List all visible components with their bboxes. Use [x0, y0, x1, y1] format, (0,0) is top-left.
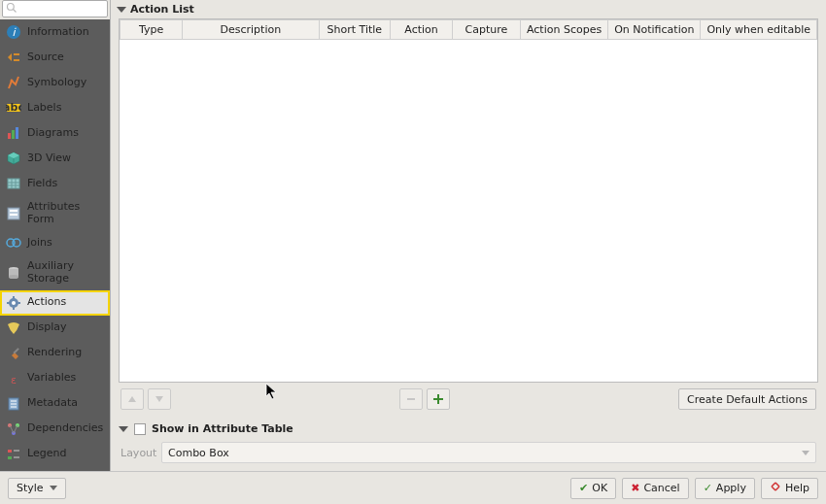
sidebar-item-label: Joins	[27, 237, 104, 250]
action-list-title: Action List	[130, 3, 194, 16]
sidebar-item-label: Fields	[27, 178, 104, 190]
col-action[interactable]: Action	[391, 20, 453, 40]
sidebar-item-fields[interactable]: Fields	[0, 171, 110, 196]
brush-icon	[6, 346, 21, 361]
sidebar-item-symbology[interactable]: Symbology	[0, 70, 110, 95]
chevron-down-icon	[802, 451, 809, 455]
sidebar-item-metadata[interactable]: Metadata	[0, 391, 110, 417]
move-up-button[interactable]	[120, 388, 144, 410]
diagrams-icon	[6, 125, 21, 141]
svg-line-1	[14, 10, 17, 13]
sidebar-item-label: Symbology	[27, 77, 104, 89]
metadata-icon	[6, 396, 21, 412]
sidebar-item-attributes-form[interactable]: Attributes Form	[0, 196, 110, 230]
info-icon: i	[6, 24, 21, 40]
layout-combo[interactable]: Combo Box	[161, 442, 816, 463]
sidebar-item-label: Metadata	[27, 397, 104, 410]
action-list-header[interactable]: Action List	[111, 0, 826, 18]
sidebar-item-rendering[interactable]: Rendering	[0, 341, 110, 366]
sidebar-item-variables[interactable]: ε Variables	[0, 366, 110, 391]
svg-rect-28	[13, 348, 18, 353]
sidebar-item-label: Variables	[27, 372, 104, 385]
show-in-attribute-title: Show in Attribute Table	[152, 422, 293, 435]
dialog-button-bar: Style ✔ OK ✖ Cancel ✓ Apply Help	[0, 471, 826, 504]
col-on-notification[interactable]: On Notification	[608, 20, 701, 40]
form-icon	[6, 206, 21, 221]
col-type[interactable]: Type	[120, 20, 183, 40]
svg-line-37	[10, 425, 14, 433]
move-down-button[interactable]	[148, 388, 171, 410]
labels-icon: abc	[6, 100, 21, 116]
col-action-scopes[interactable]: Action Scopes	[520, 20, 607, 40]
sidebar-item-label: Auxiliary Storage	[27, 260, 104, 285]
col-only-editable[interactable]: Only when editable	[701, 20, 817, 40]
action-button-row: Create Default Actions	[119, 383, 818, 416]
sidebar-item-dependencies[interactable]: Dependencies	[0, 417, 110, 442]
style-button[interactable]: Style	[8, 478, 66, 499]
storage-icon	[6, 265, 21, 281]
cancel-label: Cancel	[643, 482, 679, 494]
sidebar-search-input[interactable]	[2, 0, 108, 17]
sidebar-item-joins[interactable]: Joins	[0, 230, 110, 255]
svg-rect-49	[433, 398, 443, 400]
sidebar-item-label: Source	[27, 51, 104, 64]
svg-rect-39	[8, 450, 12, 453]
fields-icon	[6, 176, 21, 191]
sidebar-item-3dview[interactable]: 3D View	[0, 146, 110, 171]
col-description[interactable]: Description	[183, 20, 319, 40]
sidebar-item-display[interactable]: Display	[0, 316, 110, 341]
show-in-attribute-checkbox[interactable]	[134, 423, 146, 435]
cancel-button[interactable]: ✖ Cancel	[622, 478, 688, 499]
collapse-triangle-icon	[117, 7, 126, 13]
ok-icon: ✔	[579, 482, 588, 494]
sidebar-item-labels[interactable]: abc Labels	[0, 95, 110, 120]
plus-icon	[432, 393, 444, 405]
svg-point-19	[13, 239, 20, 247]
help-label: Help	[785, 482, 809, 494]
sidebar-nav: i Information Source Symbology abc Label…	[0, 19, 110, 471]
svg-point-21	[9, 275, 18, 279]
sidebar-item-label: Dependencies	[27, 422, 104, 435]
sidebar-item-source[interactable]: Source	[0, 45, 110, 70]
create-default-actions-button[interactable]: Create Default Actions	[678, 388, 816, 410]
sidebar-item-actions[interactable]: Actions	[0, 290, 110, 316]
apply-button[interactable]: ✓ Apply	[695, 478, 755, 499]
legend-icon	[6, 447, 21, 462]
sidebar-search-wrap	[0, 0, 110, 19]
ok-label: OK	[592, 482, 607, 494]
remove-action-button[interactable]	[399, 388, 423, 410]
show-in-attribute-header[interactable]: Show in Attribute Table	[119, 420, 818, 438]
dependencies-icon	[6, 421, 21, 437]
svg-rect-17	[10, 214, 17, 216]
action-table-wrap: Type Description Short Title Action Capt…	[119, 18, 818, 383]
collapse-triangle-icon	[119, 426, 128, 432]
add-action-button[interactable]	[427, 388, 450, 410]
help-button[interactable]: Help	[761, 478, 818, 499]
ok-button[interactable]: ✔ OK	[570, 478, 616, 499]
svg-rect-8	[12, 130, 15, 139]
svg-text:ε: ε	[11, 374, 17, 386]
layout-row: Layout Combo Box	[119, 438, 818, 467]
svg-rect-26	[7, 302, 10, 304]
svg-rect-16	[10, 210, 17, 212]
style-button-label: Style	[17, 482, 44, 494]
sidebar-item-diagrams[interactable]: Diagrams	[0, 120, 110, 146]
sidebar-item-label: Labels	[27, 102, 104, 115]
minus-icon	[405, 393, 417, 405]
sidebar-item-auxiliary-storage[interactable]: Auxiliary Storage	[0, 255, 110, 289]
svg-rect-27	[17, 302, 20, 304]
svg-text:abc: abc	[6, 101, 21, 114]
content-panel: Action List Type Description Short Title…	[110, 0, 826, 471]
col-short-title[interactable]: Short Title	[319, 20, 391, 40]
sidebar-item-label: 3D View	[27, 152, 104, 165]
joins-icon	[6, 235, 21, 251]
sidebar-item-label: Information	[27, 26, 104, 39]
sidebar-item-information[interactable]: i Information	[0, 19, 110, 45]
display-icon	[6, 320, 21, 336]
svg-point-4	[11, 80, 14, 83]
help-icon	[770, 481, 781, 495]
col-capture[interactable]: Capture	[453, 20, 521, 40]
sidebar-item-legend[interactable]: Legend	[0, 442, 110, 467]
action-table: Type Description Short Title Action Capt…	[120, 19, 817, 40]
search-icon	[6, 2, 17, 14]
